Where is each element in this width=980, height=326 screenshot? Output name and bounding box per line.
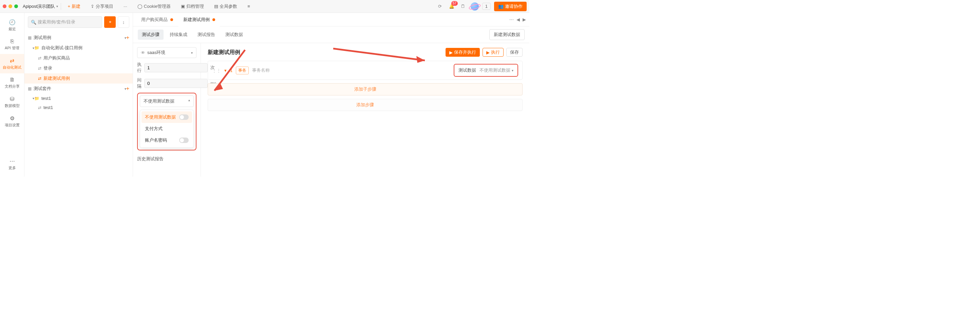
folder-test1[interactable]: ▾ 📁 test1 xyxy=(24,94,133,103)
tab-menu-icon[interactable]: ⋯ xyxy=(509,17,514,22)
exec-input[interactable] xyxy=(144,63,208,72)
subtab-steps[interactable]: 测试步骤 xyxy=(138,30,164,40)
env-name: saas环境 xyxy=(147,50,165,56)
dd-opt-account[interactable]: 账户名密码 xyxy=(142,134,192,146)
cookie-button[interactable]: ◯ Cookie管理器 xyxy=(134,2,174,11)
folder-auto[interactable]: ▾ 📁 自动化测试-接口用例 xyxy=(24,43,133,53)
new-test-data-button[interactable]: 新建测试数据 xyxy=(489,29,525,40)
tab-buy[interactable]: 用户购买商品 xyxy=(137,13,178,26)
minimize-dot[interactable] xyxy=(8,5,12,8)
step-td-value: 不使用测试数据 xyxy=(479,67,511,74)
toggle[interactable] xyxy=(179,137,189,143)
folder-icon: 📁 xyxy=(34,45,39,50)
add-case-button[interactable]: + xyxy=(126,35,129,41)
canvas: 新建测试用例 ▶ 保存并执行 ▶ 执行 保存 xyxy=(201,43,529,177)
item-new-case[interactable]: ⇄ 新建测试用例 xyxy=(24,74,133,83)
flow-icon: ⇄ xyxy=(38,76,41,81)
item-buy[interactable]: ⇄ 用户购买商品 xyxy=(24,53,133,63)
sidebar: 🔍 搜索用例/套件/目录 ⌖ ↕ ▦ 测试用例 ▾ + ▾ 📁 自动化测试-接口… xyxy=(24,13,133,177)
run-button[interactable]: ▶ 执行 xyxy=(482,48,504,57)
plus-icon: + xyxy=(68,4,70,9)
save-run-button[interactable]: ▶ 保存并执行 xyxy=(445,48,480,57)
flow-icon: ⇄ xyxy=(38,56,41,61)
invite-button[interactable]: 👥 邀请协作 xyxy=(494,2,527,11)
more-icon: ⋯ xyxy=(0,158,24,165)
dirty-dot xyxy=(170,18,173,21)
rail-model-label: 数据模型 xyxy=(5,104,20,108)
topbar: Apipost演示团队 ▾ + 新建 ⇪ 分享项目 ··· ◯ Cookie管理… xyxy=(0,0,529,13)
search-icon: 🔍 xyxy=(31,20,36,25)
rail-api[interactable]: ⎘API 管理 xyxy=(0,35,24,54)
step-td-select[interactable]: 不使用测试数据 ▾ xyxy=(479,67,514,74)
globals-button[interactable]: ▤ 全局参数 xyxy=(210,2,241,11)
maximize-dot[interactable] xyxy=(14,5,18,8)
rail-doc[interactable]: 🗎文档分享 xyxy=(0,74,24,93)
archive-icon: ▣ xyxy=(181,4,185,9)
step-td-label: 测试数据 xyxy=(458,67,476,74)
close-dot[interactable] xyxy=(3,5,6,8)
save-button[interactable]: 保存 xyxy=(506,48,523,57)
add-suite-button[interactable]: + xyxy=(126,86,129,92)
locate-button[interactable]: ⌖ xyxy=(104,16,116,28)
nav-rail: 🕘最近 ⎘API 管理 ⇄自动化测试 🗎文档分享 ⛁数据模型 ⚙项目设置 ⋯更多 xyxy=(0,13,24,177)
step-name-input[interactable]: 事务名称 xyxy=(252,67,450,74)
tab-new-case[interactable]: 新建测试用例 xyxy=(178,13,220,26)
folder-icon: 📁 xyxy=(34,96,39,101)
cookie-icon: ◯ xyxy=(137,4,143,9)
archive-button[interactable]: ▣ 归档管理 xyxy=(177,2,208,11)
model-icon: ⛁ xyxy=(0,96,24,102)
subtabs: 测试步骤 持续集成 测试报告 测试数据 新建测试数据 xyxy=(133,27,529,43)
globals-label: 全局参数 xyxy=(220,3,237,10)
share-icon: ⇪ xyxy=(91,4,94,9)
rail-recent[interactable]: 🕘最近 xyxy=(0,16,24,35)
more-menu[interactable]: ··· xyxy=(120,2,131,11)
sync-icon[interactable]: ⟳ xyxy=(436,2,444,11)
item-login[interactable]: ⇄ 登录 xyxy=(24,63,133,74)
subtab-ci[interactable]: 持续集成 xyxy=(165,30,191,40)
test-data-dropdown-highlight: 不使用测试数据 ▴ 不使用测试数据 支付方式 xyxy=(137,93,196,150)
globals-icon: ▤ xyxy=(214,4,218,9)
share-button-label: 分享项目 xyxy=(96,3,113,10)
search-input[interactable]: 🔍 搜索用例/套件/目录 xyxy=(28,16,102,28)
group-cases[interactable]: ▦ 测试用例 ▾ + xyxy=(24,33,133,43)
add-step-button[interactable]: 添加步骤 xyxy=(208,99,523,111)
group-suites[interactable]: ▦ 测试套件 ▾ + xyxy=(24,83,133,94)
rail-model[interactable]: ⛁数据模型 xyxy=(0,93,24,112)
share-button[interactable]: ⇪ 分享项目 xyxy=(87,2,117,11)
api-icon: ⎘ xyxy=(0,38,24,45)
invite-icon: 👥 xyxy=(498,4,504,9)
rail-project[interactable]: ⚙项目设置 xyxy=(0,112,24,131)
drag-handle-icon[interactable]: ⋮⋮ xyxy=(212,68,221,73)
test-data-select[interactable]: 不使用测试数据 ▴ xyxy=(140,96,194,107)
save-run-label: 保存并执行 xyxy=(454,49,476,55)
bell-icon[interactable]: 🔔57 xyxy=(448,2,456,11)
expand-icon[interactable]: ▾ xyxy=(224,68,227,73)
chevron-down-icon: ▾ xyxy=(56,5,58,8)
team-selector[interactable]: Apipost演示团队 ▾ xyxy=(23,3,58,10)
subtab-report[interactable]: 测试报告 xyxy=(193,30,219,40)
interval-input[interactable] xyxy=(144,79,208,88)
env-select[interactable]: 👁 saas环境 ▾ xyxy=(137,47,196,58)
dd-opt-pay[interactable]: 支付方式 xyxy=(142,123,192,134)
item-test1[interactable]: ⇄ test1 xyxy=(24,103,133,112)
subtab-data[interactable]: 测试数据 xyxy=(221,30,247,40)
toggle[interactable] xyxy=(179,114,189,120)
new-button[interactable]: + 新建 xyxy=(64,2,84,11)
play-icon: ▶ xyxy=(449,50,453,55)
note-icon[interactable]: 🗒 xyxy=(459,2,467,11)
rail-project-label: 项目设置 xyxy=(5,123,20,127)
rail-auto-test[interactable]: ⇄自动化测试 xyxy=(0,54,24,74)
avatar[interactable] xyxy=(471,2,479,11)
rail-more[interactable]: ⋯更多 xyxy=(0,155,24,174)
tab-next-icon[interactable]: ▶ xyxy=(523,17,526,22)
play-icon: ▶ xyxy=(486,50,490,55)
canvas-title: 新建测试用例 xyxy=(208,49,240,56)
add-substep-button[interactable]: 添加子步骤 xyxy=(208,83,523,96)
top-icons: ⟳ 🔔57 🗒 1 👥 邀请协作 xyxy=(436,2,527,11)
interval-label: 间隔 xyxy=(137,77,142,89)
tab-prev-icon[interactable]: ◀ xyxy=(517,17,520,22)
filter-button[interactable]: ↕ xyxy=(118,16,129,28)
settings-icon[interactable]: ≡ xyxy=(243,2,254,11)
dd-opt-none[interactable]: 不使用测试数据 xyxy=(142,111,192,123)
gear-icon: ⚙ xyxy=(0,115,24,121)
